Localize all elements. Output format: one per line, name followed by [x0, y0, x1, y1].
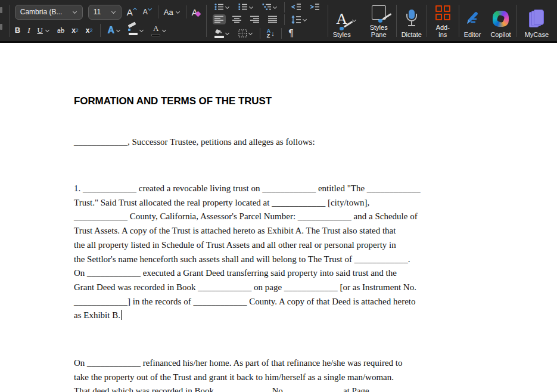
document-text-line[interactable]: ____________ County, California, Assesso… — [74, 210, 421, 224]
addins-label: Add-ins — [432, 24, 454, 38]
document-page[interactable]: FORMATION AND TERMS OF THE TRUST _______… — [0, 43, 557, 392]
change-case-icon: Aa — [164, 8, 173, 17]
cropped-toolbar-fragment — [0, 0, 10, 41]
change-case-button[interactable]: Aa — [164, 8, 181, 17]
document-text-line[interactable]: On ____________ executed a Grant Deed tr… — [74, 266, 421, 281]
toolbar-divider — [186, 5, 186, 18]
document-heading: FORMATION AND TERMS OF THE TRUST — [74, 95, 272, 107]
document-text-line[interactable]: 1. ____________ created a revocable livi… — [74, 182, 421, 196]
microphone-icon — [406, 8, 418, 29]
document-text-line[interactable]: the Settlor's name henceforth such asset… — [74, 253, 421, 267]
document-text-line[interactable]: take the property out of the Trust and g… — [74, 371, 425, 385]
mycase-button[interactable]: MyCase — [516, 0, 557, 41]
document-text-line[interactable]: ____________, Successor Trustee, petitio… — [74, 135, 315, 150]
chevron-down-icon — [111, 10, 116, 14]
chevron-down-icon — [162, 28, 167, 33]
subscript-icon: x — [71, 26, 76, 35]
document-text-line[interactable]: ____________] in the records of ________… — [74, 295, 421, 309]
chevron-down-icon — [248, 31, 253, 36]
font-name-value: Cambria (B... — [20, 8, 63, 16]
paragraph-2[interactable]: On ____________ refinanced his/her home.… — [74, 356, 425, 392]
line-spacing-button[interactable] — [290, 14, 309, 25]
font-color-icon: A — [151, 24, 160, 36]
align-left-button[interactable] — [213, 14, 226, 24]
numbered-list-button[interactable] — [237, 2, 256, 12]
multilevel-list-button[interactable] — [260, 2, 279, 12]
bulleted-list-button[interactable] — [213, 2, 232, 12]
borders-icon — [238, 29, 247, 38]
editor-label: Editor — [464, 31, 481, 38]
shrink-font-icon: A — [143, 8, 148, 16]
copilot-button[interactable]: Copilot — [486, 0, 515, 41]
text-cursor — [121, 310, 122, 320]
document-text-line[interactable]: That deed which was recorded in Book ___… — [74, 384, 425, 392]
cropped-icon-fragment — [0, 7, 2, 13]
word-ribbon-toolbar: Cambria (B... 11 A A Aa A — [0, 0, 557, 43]
decrease-indent-button[interactable] — [290, 2, 303, 12]
styles-label: Styles — [333, 31, 351, 38]
styles-icon: A — [336, 9, 347, 29]
sort-az-icon: A Z — [267, 29, 271, 38]
underline-button[interactable]: U — [37, 26, 49, 35]
dictate-label: Dictate — [402, 31, 422, 38]
document-text-line[interactable]: Trust Assets. A copy of the Trust is att… — [74, 224, 421, 238]
underline-icon: U — [37, 26, 42, 35]
increase-indent-button[interactable] — [308, 2, 322, 12]
paragraph-1[interactable]: 1. ____________ created a revocable livi… — [74, 182, 421, 323]
addins-button[interactable]: Add-ins — [427, 0, 459, 41]
chevron-down-icon — [176, 10, 181, 14]
document-text-line[interactable]: Grant Deed was recorded in Book ________… — [74, 281, 421, 295]
align-right-button[interactable] — [248, 14, 262, 24]
document-text-line[interactable]: On ____________ refinanced his/her home.… — [74, 356, 425, 371]
cropped-icon-fragment — [0, 24, 2, 30]
italic-button[interactable]: I — [27, 26, 30, 35]
superscript-number: 2 — [90, 27, 93, 33]
increase-indent-icon — [310, 3, 320, 11]
paragraph-group: A Z ↓ ¶ — [207, 0, 328, 41]
strikethrough-button[interactable]: ab — [57, 26, 64, 35]
font-name-select[interactable]: Cambria (B... — [15, 5, 83, 20]
grow-font-button[interactable]: A — [127, 7, 138, 17]
shrink-font-button[interactable]: A — [143, 8, 153, 16]
bulleted-list-icon — [214, 3, 224, 11]
font-size-value: 11 — [94, 8, 101, 16]
chevron-down-icon — [273, 5, 278, 10]
chevron-down-icon — [225, 31, 230, 36]
grow-font-icon: A — [127, 7, 133, 17]
document-text[interactable]: as Exhibit B. — [74, 310, 120, 320]
text-effects-button[interactable]: A — [108, 25, 122, 36]
clear-formatting-button[interactable]: A — [192, 7, 200, 17]
copilot-label: Copilot — [490, 31, 511, 38]
justify-button[interactable] — [266, 14, 279, 24]
dictate-button[interactable]: Dictate — [397, 0, 427, 41]
sort-button[interactable]: A Z ↓ — [265, 27, 276, 39]
document-text-line[interactable]: Trust." Said Trust allocated the real pr… — [74, 196, 421, 210]
font-size-select[interactable]: 11 — [88, 5, 122, 20]
toolbar-divider — [260, 28, 260, 39]
align-center-button[interactable] — [231, 14, 244, 24]
font-color-button[interactable]: A — [151, 24, 167, 36]
styles-pane-button[interactable]: Styles Pane — [362, 0, 396, 41]
highlight-color-button[interactable] — [128, 25, 144, 35]
styles-pane-icon — [372, 4, 386, 21]
show-formatting-marks-button[interactable]: ¶ — [287, 27, 296, 40]
bold-button[interactable]: B — [15, 26, 20, 35]
subscript-button[interactable]: x 2 — [71, 26, 79, 35]
brush-icon — [339, 21, 352, 30]
editor-button[interactable]: Editor — [459, 0, 486, 41]
intro-paragraph[interactable]: ____________, Successor Trustee, petitio… — [74, 135, 315, 150]
font-group: Cambria (B... 11 A A Aa A — [10, 0, 206, 41]
chevron-down-icon — [225, 5, 230, 10]
document-text-line[interactable]: as Exhibit B. — [74, 309, 421, 323]
styles-button[interactable]: A Styles — [328, 0, 362, 41]
chevron-down-icon — [303, 17, 307, 22]
toolbar-divider — [284, 14, 285, 25]
document-text-line[interactable]: the all property listed in Schedule of T… — [74, 238, 421, 253]
shading-button[interactable] — [213, 27, 232, 39]
borders-button[interactable] — [237, 28, 255, 39]
decrease-indent-icon — [291, 3, 301, 11]
chevron-down-icon — [73, 10, 77, 14]
superscript-button[interactable]: x 2 — [86, 26, 93, 35]
editor-pencil-icon — [465, 8, 480, 29]
styles-pane-label: Styles Pane — [366, 24, 391, 38]
